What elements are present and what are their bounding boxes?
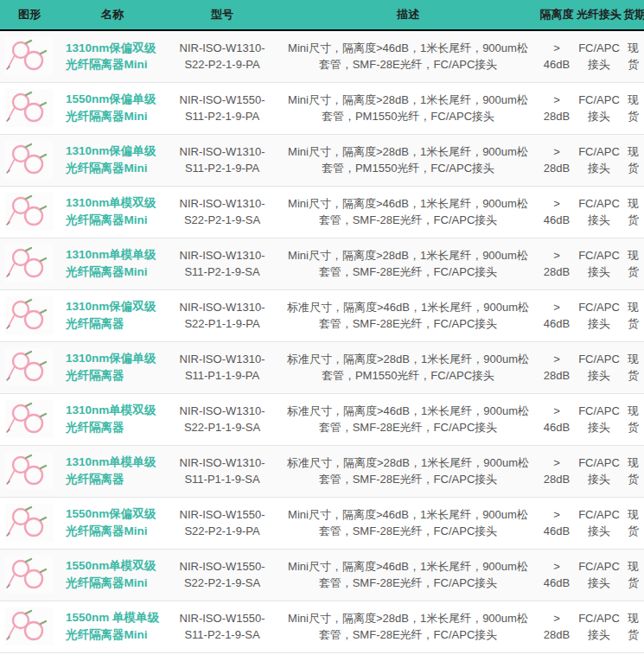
product-isolation: > 28dB <box>538 341 576 393</box>
product-model: NIR-ISO-W1550-S22-P2-1-9-SA <box>166 549 278 601</box>
product-connector: FC/APC 接头 <box>576 601 622 652</box>
product-description: Mini尺寸，隔离度>46dB，1米长尾纤，900um松套管，SMF-28E光纤… <box>278 497 538 549</box>
product-table: 图形 名称 型号 描述 隔离度 光纤接头 货期 1310nm保偏双级 <box>0 0 644 653</box>
product-isolation: > 28dB <box>538 82 576 134</box>
product-name-cell: 1550nm单模双级光纤隔离器Mini <box>59 549 166 601</box>
fiber-coil-thumbnail-icon[interactable] <box>5 556 54 594</box>
product-description: Mini尺寸，隔离度>28dB，1米长尾纤，900um松套管，PM1550光纤，… <box>278 82 538 134</box>
product-graphic-cell <box>0 134 59 186</box>
product-name-cell: 1310nm保偏单级光纤隔离器 <box>59 341 166 393</box>
product-name-link[interactable]: 1550nm 单模单级光纤隔离器Mini <box>66 609 161 643</box>
product-delivery: 现货 <box>622 289 644 341</box>
product-name-link[interactable]: 1310nm保偏双级光纤隔离器 <box>66 298 161 332</box>
product-isolation: > 28dB <box>538 445 576 497</box>
fiber-coil-thumbnail-icon[interactable] <box>5 141 54 179</box>
product-name-cell: 1310nm保偏双级光纤隔离器 <box>59 289 166 341</box>
fiber-coil-thumbnail-icon[interactable] <box>5 400 54 438</box>
product-name-cell: 1310nm保偏单级光纤隔离器Mini <box>59 134 166 186</box>
product-name-link[interactable]: 1310nm单模双级光纤隔离器Mini <box>66 194 161 228</box>
product-name-link[interactable]: 1550nm单模双级光纤隔离器Mini <box>66 557 161 591</box>
product-description: Mini尺寸，隔离度>28dB，1米长尾纤，900um松套管，SMF-28E光纤… <box>278 238 538 289</box>
product-delivery: 现货 <box>622 30 644 82</box>
product-connector: FC/APC 接头 <box>576 134 622 186</box>
fiber-coil-thumbnail-icon[interactable] <box>5 348 54 386</box>
product-name-link[interactable]: 1310nm保偏单级光纤隔离器Mini <box>66 143 161 176</box>
product-delivery: 现货 <box>622 186 644 238</box>
product-model: NIR-ISO-W1310-S11-P1-1-9-SA <box>166 445 278 497</box>
product-description: Mini尺寸，隔离度>46dB，1米长尾纤，900um松套管，SMF-28E光纤… <box>278 30 538 82</box>
header-name: 名称 <box>59 0 166 30</box>
product-name-link[interactable]: 1310nm单模双级光纤隔离器 <box>66 402 161 435</box>
table-row: 1310nm单模单级光纤隔离器Mini NIR-ISO-W1310-S11-P2… <box>0 238 644 289</box>
product-isolation: > 46dB <box>538 497 576 549</box>
product-isolation: > 28dB <box>538 134 576 186</box>
product-name-link[interactable]: 1310nm保偏双级光纤隔离器Mini <box>66 40 161 73</box>
product-isolation: > 46dB <box>538 549 576 601</box>
table-header: 图形 名称 型号 描述 隔离度 光纤接头 货期 <box>0 0 644 30</box>
product-model: NIR-ISO-W1310-S11-P1-1-9-PA <box>166 341 278 393</box>
product-delivery: 现货 <box>622 497 644 549</box>
header-model: 型号 <box>166 0 278 30</box>
fiber-coil-thumbnail-icon[interactable] <box>5 452 54 490</box>
table-row: 1550nm保偏双级光纤隔离器Mini NIR-ISO-W1550-S22-P2… <box>0 497 644 549</box>
product-description: 标准尺寸，隔离度>46dB，1米长尾纤，900um松套管，SMF-28E光纤，F… <box>278 393 538 445</box>
product-name-link[interactable]: 1310nm单模单级光纤隔离器 <box>66 454 161 487</box>
product-name-cell: 1310nm单模双级光纤隔离器Mini <box>59 186 166 238</box>
product-connector: FC/APC 接头 <box>576 30 622 82</box>
product-isolation: > 28dB <box>538 238 576 289</box>
product-model: NIR-ISO-W1310-S22-P2-1-9-PA <box>166 30 278 82</box>
header-desc: 描述 <box>278 0 538 30</box>
product-delivery: 现货 <box>622 601 644 652</box>
product-graphic-cell <box>0 445 59 497</box>
fiber-coil-thumbnail-icon[interactable] <box>5 37 54 75</box>
product-description: Mini尺寸，隔离度>46dB，1米长尾纤，900um松套管，SMF-28E光纤… <box>278 549 538 601</box>
product-description: Mini尺寸，隔离度>28dB，1米长尾纤，900um松套管，SMF-28E光纤… <box>278 601 538 652</box>
product-isolation: > 46dB <box>538 393 576 445</box>
fiber-coil-thumbnail-icon[interactable] <box>5 193 54 231</box>
product-model: NIR-ISO-W1550-S11-P2-1-9-SA <box>166 601 278 652</box>
product-graphic-cell <box>0 601 59 652</box>
product-name-cell: 1310nm保偏双级光纤隔离器Mini <box>59 30 166 82</box>
product-model: NIR-ISO-W1550-S11-P2-1-9-PA <box>166 82 278 134</box>
fiber-coil-thumbnail-icon[interactable] <box>5 296 54 334</box>
product-isolation: > 46dB <box>538 186 576 238</box>
product-model: NIR-ISO-W1310-S11-P2-1-9-PA <box>166 134 278 186</box>
table-row: 1310nm单模双级光纤隔离器Mini NIR-ISO-W1310-S22-P2… <box>0 186 644 238</box>
fiber-coil-thumbnail-icon[interactable] <box>5 504 54 542</box>
product-graphic-cell <box>0 393 59 445</box>
product-graphic-cell <box>0 30 59 82</box>
product-name-cell: 1310nm单模双级光纤隔离器 <box>59 393 166 445</box>
product-table-body: 1310nm保偏双级光纤隔离器Mini NIR-ISO-W1310-S22-P2… <box>0 30 644 652</box>
table-row: 1310nm保偏单级光纤隔离器Mini NIR-ISO-W1310-S11-P2… <box>0 134 644 186</box>
product-model: NIR-ISO-W1310-S22-P1-1-9-PA <box>166 289 278 341</box>
product-isolation: > 28dB <box>538 601 576 652</box>
product-name-cell: 1310nm单模单级光纤隔离器Mini <box>59 238 166 289</box>
product-model: NIR-ISO-W1310-S22-P2-1-9-SA <box>166 186 278 238</box>
product-name-link[interactable]: 1550nm保偏单级光纤隔离器Mini <box>66 91 161 124</box>
table-row: 1310nm单模单级光纤隔离器 NIR-ISO-W1310-S11-P1-1-9… <box>0 445 644 497</box>
header-delivery: 货期 <box>622 0 644 30</box>
table-row: 1310nm保偏双级光纤隔离器Mini NIR-ISO-W1310-S22-P2… <box>0 30 644 82</box>
header-connector: 光纤接头 <box>576 0 622 30</box>
product-graphic-cell <box>0 186 59 238</box>
fiber-coil-thumbnail-icon[interactable] <box>5 607 54 645</box>
fiber-coil-thumbnail-icon[interactable] <box>5 245 54 283</box>
table-row: 1310nm保偏单级光纤隔离器 NIR-ISO-W1310-S11-P1-1-9… <box>0 341 644 393</box>
product-delivery: 现货 <box>622 393 644 445</box>
product-name-link[interactable]: 1550nm保偏双级光纤隔离器Mini <box>66 505 161 539</box>
product-model: NIR-ISO-W1310-S11-P2-1-9-SA <box>166 238 278 289</box>
table-row: 1310nm单模双级光纤隔离器 NIR-ISO-W1310-S22-P1-1-9… <box>0 393 644 445</box>
product-name-link[interactable]: 1310nm单模单级光纤隔离器Mini <box>66 246 161 280</box>
product-description: 标准尺寸，隔离度>46dB，1米长尾纤，900um松套管，SMF-28E光纤，F… <box>278 289 538 341</box>
fiber-coil-thumbnail-icon[interactable] <box>5 89 54 127</box>
product-model: NIR-ISO-W1550-S22-P2-1-9-PA <box>166 497 278 549</box>
table-row: 1550nm保偏单级光纤隔离器Mini NIR-ISO-W1550-S11-P2… <box>0 82 644 134</box>
product-delivery: 现货 <box>622 445 644 497</box>
product-name-link[interactable]: 1310nm保偏单级光纤隔离器 <box>66 350 161 384</box>
product-delivery: 现货 <box>622 82 644 134</box>
product-graphic-cell <box>0 549 59 601</box>
product-connector: FC/APC 接头 <box>576 238 622 289</box>
header-graphic: 图形 <box>0 0 59 30</box>
product-delivery: 现货 <box>622 549 644 601</box>
product-connector: FC/APC 接头 <box>576 341 622 393</box>
